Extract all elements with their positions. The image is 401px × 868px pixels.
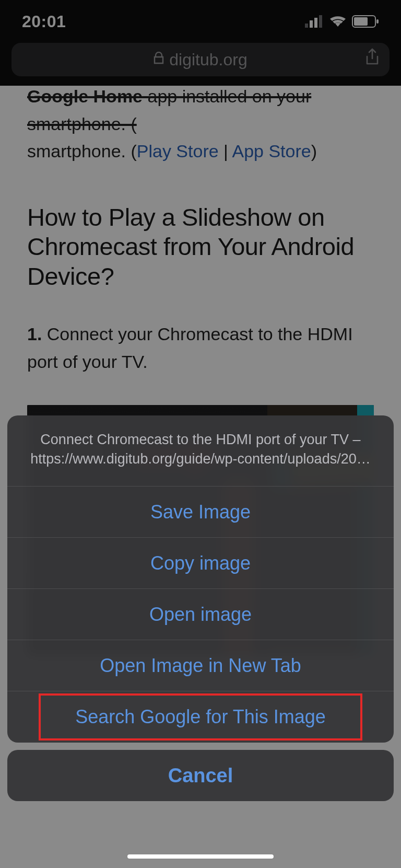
save-image-item[interactable]: Save Image	[7, 487, 394, 538]
open-image-new-tab-item[interactable]: Open Image in New Tab	[7, 640, 394, 691]
action-sheet: Connect Chromecast to the HDMI port of y…	[7, 415, 394, 801]
open-image-item[interactable]: Open image	[7, 589, 394, 640]
home-indicator[interactable]	[127, 854, 274, 859]
copy-image-item[interactable]: Copy image	[7, 538, 394, 589]
action-sheet-panel: Connect Chromecast to the HDMI port of y…	[7, 415, 394, 743]
search-google-image-item[interactable]: Search Google for This Image	[7, 691, 394, 743]
action-sheet-title: Connect Chromecast to the HDMI port of y…	[7, 415, 394, 487]
screen: Google Home app installed on your smartp…	[0, 0, 401, 868]
cancel-button[interactable]: Cancel	[7, 750, 394, 801]
